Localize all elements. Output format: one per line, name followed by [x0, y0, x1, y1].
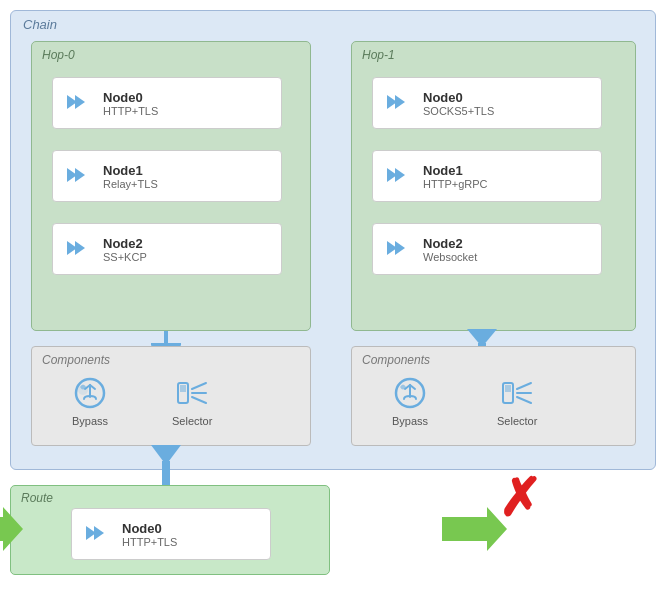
hop1-bypass-label: Bypass [392, 415, 428, 427]
svg-marker-35 [0, 507, 23, 551]
svg-marker-5 [75, 241, 85, 255]
hop1-node0-name: Node0 [423, 90, 494, 105]
hop1-node1-card: Node1 HTTP+gRPC [372, 150, 602, 202]
svg-marker-34 [94, 526, 104, 540]
hop0-node0-proto: HTTP+TLS [103, 105, 158, 117]
hop1-node1-proto: HTTP+gRPC [423, 178, 488, 190]
svg-line-30 [517, 397, 531, 403]
route-node-text: Node0 HTTP+TLS [122, 521, 177, 548]
hop0-node0-name: Node0 [103, 90, 158, 105]
hop0-box: Hop-0 Node0 HTTP+TLS [31, 41, 311, 331]
hop0-node0-text: Node0 HTTP+TLS [103, 90, 158, 117]
hop0-node2-card: Node2 SS+KCP [52, 223, 282, 275]
hop0-node2-name: Node2 [103, 236, 147, 251]
hop0-bypass-item[interactable]: Bypass [72, 375, 108, 427]
chain-box: Chain Hop-0 Node0 HTTP+TLS [10, 10, 656, 470]
hop0-bypass-label: Bypass [72, 415, 108, 427]
hop0-components-box: Components Bypass [31, 346, 311, 446]
hop1-selector-item[interactable]: Selector [497, 375, 537, 427]
hop1-node2-name: Node2 [423, 236, 477, 251]
x-mark: ✗ [498, 472, 542, 524]
hop1-box: Hop-1 Node0 SOCKS5+TLS [351, 41, 636, 331]
route-node-proto: HTTP+TLS [122, 536, 177, 548]
hop0-node2-icon [63, 234, 93, 264]
route-node-icon [82, 519, 112, 549]
route-label: Route [21, 491, 53, 505]
svg-line-24 [192, 397, 206, 403]
hop0-components-label: Components [42, 353, 110, 367]
hop1-node1-icon [383, 161, 413, 191]
hop0-node2-text: Node2 SS+KCP [103, 236, 147, 263]
green-arrow-left [0, 507, 23, 551]
hop0-node1-card: Node1 Relay+TLS [52, 150, 282, 202]
route-node-name: Node0 [122, 521, 177, 536]
hop0-node0-icon [63, 88, 93, 118]
hop1-label: Hop-1 [362, 48, 395, 62]
svg-rect-27 [505, 385, 511, 392]
svg-rect-21 [180, 385, 186, 392]
hop0-node1-text: Node1 Relay+TLS [103, 163, 158, 190]
hop1-bypass-icon [392, 375, 428, 411]
hop1-node0-text: Node0 SOCKS5+TLS [423, 90, 494, 117]
svg-marker-9 [395, 168, 405, 182]
svg-line-28 [517, 383, 531, 389]
hop1-components-box: Components Bypass [351, 346, 636, 446]
hop1-components-label: Components [362, 353, 430, 367]
hop1-node2-icon [383, 234, 413, 264]
chain-label: Chain [23, 17, 57, 32]
hop1-node0-icon [383, 88, 413, 118]
hop1-node2-text: Node2 Websocket [423, 236, 477, 263]
route-box: Route Node0 HTTP+TLS [10, 485, 330, 575]
hop0-node1-icon [63, 161, 93, 191]
hop0-selector-item[interactable]: Selector [172, 375, 212, 427]
hop1-node0-proto: SOCKS5+TLS [423, 105, 494, 117]
hop1-node2-proto: Websocket [423, 251, 477, 263]
hop1-node0-card: Node0 SOCKS5+TLS [372, 77, 602, 129]
svg-marker-3 [75, 168, 85, 182]
hop0-selector-label: Selector [172, 415, 212, 427]
svg-marker-11 [395, 241, 405, 255]
hop0-label: Hop-0 [42, 48, 75, 62]
hop0-node1-proto: Relay+TLS [103, 178, 158, 190]
hop1-node2-card: Node2 Websocket [372, 223, 602, 275]
hop0-bypass-icon [72, 375, 108, 411]
route-node-card: Node0 HTTP+TLS [71, 508, 271, 560]
hop0-node2-proto: SS+KCP [103, 251, 147, 263]
hop1-node1-name: Node1 [423, 163, 488, 178]
hop1-selector-label: Selector [497, 415, 537, 427]
main-container: Chain Hop-0 Node0 HTTP+TLS [10, 10, 656, 580]
svg-marker-1 [75, 95, 85, 109]
hop0-node1-name: Node1 [103, 163, 158, 178]
hop1-bypass-item[interactable]: Bypass [392, 375, 428, 427]
svg-line-22 [192, 383, 206, 389]
svg-marker-7 [395, 95, 405, 109]
hop1-node1-text: Node1 HTTP+gRPC [423, 163, 488, 190]
hop1-selector-icon [499, 375, 535, 411]
hop0-selector-icon [174, 375, 210, 411]
hop0-node0-card: Node0 HTTP+TLS [52, 77, 282, 129]
